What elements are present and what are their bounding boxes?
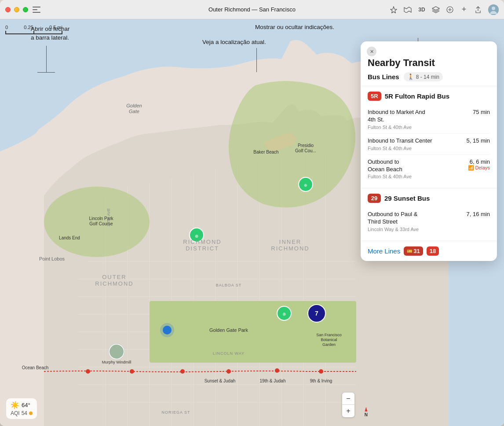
departure-dest-4: Outbound to Paul &Third Street xyxy=(368,211,463,226)
svg-text:Golden: Golden xyxy=(126,103,142,108)
panel-close-button[interactable]: ✕ xyxy=(367,47,376,56)
weather-temp: 64° xyxy=(22,402,30,408)
delay-icon: 📶 xyxy=(468,165,474,171)
route-5r-section[interactable]: 5R 5R Fulton Rapid Bus Inbound to Market… xyxy=(361,86,497,188)
threed-button[interactable]: 3D xyxy=(418,6,426,14)
layers-icon[interactable] xyxy=(432,6,440,14)
route-29-header: 29 29 Sunset Bus xyxy=(368,194,490,203)
svg-text:Point Lobos: Point Lobos xyxy=(39,256,65,261)
departure-info-2: Inbound to Transit Center Fulton St & 40… xyxy=(368,137,463,151)
avatar[interactable] xyxy=(488,4,499,15)
delay-text: Delays xyxy=(475,165,490,170)
more-badge-31[interactable]: 🎫 31 xyxy=(404,246,423,256)
svg-text:Golf Cou...: Golf Cou... xyxy=(295,148,316,153)
sidebar-toggle-button[interactable] xyxy=(33,7,40,13)
location-icon[interactable] xyxy=(390,6,398,14)
svg-point-38 xyxy=(319,369,323,374)
route-5r-badge: 5R xyxy=(368,92,381,101)
svg-point-43 xyxy=(86,369,90,374)
route-5r-name: 5R Fulton Rapid Bus xyxy=(385,92,450,100)
more-lines-label[interactable]: More Lines xyxy=(368,247,400,255)
departure-info-1: Inbound to Market And4th St. Fulton St &… xyxy=(368,109,469,130)
departure-row-4[interactable]: Outbound to Paul &Third Street Lincoln W… xyxy=(368,207,490,235)
svg-point-2 xyxy=(492,7,495,10)
departure-dest-2: Inbound to Transit Center xyxy=(368,137,463,145)
route-29-section[interactable]: 29 29 Sunset Bus Outbound to Paul &Third… xyxy=(361,188,497,241)
walk-time-text: 8 - 14 min xyxy=(416,74,439,80)
share-icon[interactable] xyxy=(474,6,482,14)
svg-point-41 xyxy=(180,369,185,374)
weather-aqi-row: AQI 54 xyxy=(11,410,33,416)
svg-text:Murphy Windmill: Murphy Windmill xyxy=(102,360,131,364)
scale-025: 0.25 xyxy=(24,25,33,30)
walk-time-badge: 🚶 8 - 14 min xyxy=(404,72,443,81)
delay-badge: 📶 Delays xyxy=(468,165,490,171)
scale-0: 0 xyxy=(5,25,8,30)
svg-text:⊕: ⊕ xyxy=(304,183,307,187)
svg-point-42 xyxy=(130,369,134,374)
zoom-plus-button[interactable]: + xyxy=(342,405,354,417)
svg-text:RICHMOND: RICHMOND xyxy=(271,245,310,252)
delay-row: 6, 6 min 📶 Delays xyxy=(466,158,490,171)
svg-text:Baker Beach: Baker Beach xyxy=(253,150,278,154)
traffic-lights xyxy=(5,7,28,12)
departure-dest-1: Inbound to Market And4th St. xyxy=(368,109,469,124)
map-icon[interactable] xyxy=(404,6,412,14)
more-badge-31-number: 31 xyxy=(413,248,420,254)
svg-text:RICHMOND: RICHMOND xyxy=(95,280,134,287)
departure-row-2[interactable]: Inbound to Transit Center Fulton St & 40… xyxy=(368,134,490,155)
departure-row-1[interactable]: Inbound to Market And4th St. Fulton St &… xyxy=(368,105,490,134)
sidebar-panel: ✕ Nearby Transit Bus Lines 🚶 8 - 14 min … xyxy=(361,41,497,261)
svg-text:DISTRICT: DISTRICT xyxy=(186,245,219,252)
aqi-dot xyxy=(29,411,33,415)
weather-sun-icon: ☀️ xyxy=(11,401,19,409)
scale-bar: 0 0.25 0.5 mi xyxy=(5,25,62,34)
svg-point-39 xyxy=(275,368,279,373)
departure-stop-3: Fulton St & 40th Ave xyxy=(368,174,466,179)
svg-text:Golden Gate Park: Golden Gate Park xyxy=(209,327,248,333)
zoom-minus-button[interactable]: − xyxy=(342,393,354,405)
weather-temp-row: ☀️ 64° xyxy=(11,401,33,409)
panel-subtitle: Bus Lines xyxy=(368,73,399,81)
svg-point-29 xyxy=(110,345,124,359)
more-lines-row[interactable]: More Lines 🎫 31 18 5 xyxy=(361,241,497,261)
route-29-badge: 29 xyxy=(368,194,381,203)
svg-text:Ocean Beach: Ocean Beach xyxy=(22,365,49,370)
plus-icon[interactable]: + xyxy=(460,6,468,14)
departure-dest-3: Outbound toOcean Beach xyxy=(368,158,466,173)
departure-time-2: 5, 15 min xyxy=(467,137,490,144)
maximize-button[interactable] xyxy=(23,7,28,12)
departure-time-1: 75 min xyxy=(473,109,490,115)
svg-text:Lands End: Lands End xyxy=(59,235,80,240)
svg-point-40 xyxy=(226,369,231,374)
svg-text:9th & Irving: 9th & Irving xyxy=(310,378,332,383)
more-badge-18[interactable]: 18 xyxy=(427,246,439,256)
close-button[interactable] xyxy=(5,7,11,12)
departure-stop-4: Lincoln Way & 33rd Ave xyxy=(368,227,463,232)
svg-text:INNER: INNER xyxy=(279,239,301,245)
route-29-name: 29 Sunset Bus xyxy=(384,195,430,202)
departure-time-3: 6, 6 min xyxy=(470,158,490,165)
svg-text:19th & Judah: 19th & Judah xyxy=(260,378,286,383)
svg-text:Garden: Garden xyxy=(322,342,336,347)
svg-text:Sunset & Judah: Sunset & Judah xyxy=(205,378,236,383)
svg-text:⊕: ⊕ xyxy=(195,234,198,239)
departure-stop-1: Fulton St & 40th Ave xyxy=(368,125,469,130)
more-badge-5[interactable]: 5 xyxy=(442,246,452,256)
svg-text:NORIEGA ST: NORIEGA ST xyxy=(161,410,190,415)
compass-north-label: N xyxy=(365,412,368,417)
map-container[interactable]: 7 ⊕ ⊕ ⊕ Golden Gate Baker Beach Presidio… xyxy=(0,19,504,426)
zoom-controls: − + xyxy=(342,393,354,417)
departure-stop-2: Fulton St & 40th Ave xyxy=(368,146,463,151)
svg-text:Gate: Gate xyxy=(129,109,139,114)
add-circle-icon[interactable] xyxy=(446,6,454,14)
minimize-button[interactable] xyxy=(14,7,19,12)
svg-text:30TH AVE: 30TH AVE xyxy=(106,208,111,226)
svg-text:LINCOLN WAY: LINCOLN WAY xyxy=(213,351,245,356)
departure-time-4: 7, 16 min xyxy=(467,211,490,217)
scale-labels: 0 0.25 0.5 mi xyxy=(5,25,62,30)
departure-row-3[interactable]: Outbound toOcean Beach Fulton St & 40th … xyxy=(368,155,490,183)
svg-text:OUTER: OUTER xyxy=(102,274,127,280)
weather-widget: ☀️ 64° AQI 54 xyxy=(6,398,37,419)
svg-text:Presidio: Presidio xyxy=(298,143,314,148)
